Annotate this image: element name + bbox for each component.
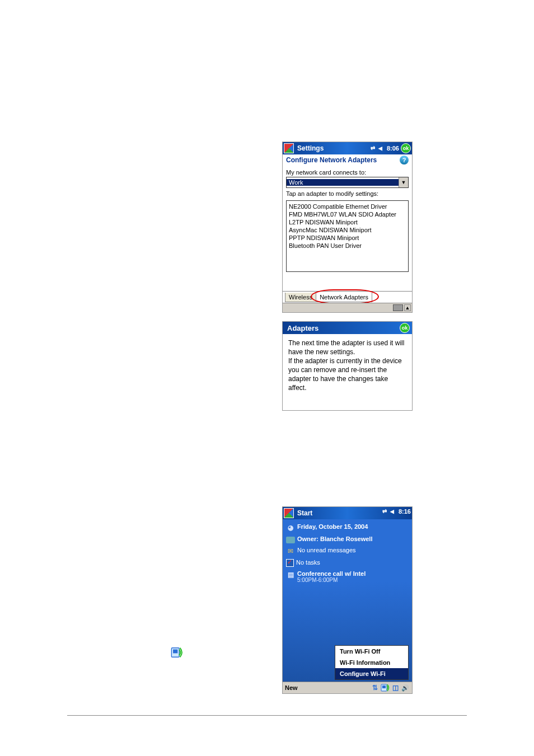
settings-title: Settings: [297, 144, 324, 152]
list-item[interactable]: FMD MBH7WL07 WLAN SDIO Adapter: [289, 210, 406, 218]
menu-configure-wifi[interactable]: Configure Wi-Fi: [335, 668, 408, 679]
today-messages-row[interactable]: No unread messages: [284, 545, 411, 557]
today-messages: No unread messages: [297, 547, 356, 553]
connectivity-icon[interactable]: [371, 145, 377, 152]
list-item[interactable]: L2TP NDISWAN Miniport: [289, 218, 406, 226]
chevron-down-icon[interactable]: ▼: [399, 177, 408, 187]
tab-wireless[interactable]: Wireless: [285, 293, 316, 302]
today-title-bar: Start 8:16: [283, 507, 412, 519]
list-item[interactable]: Bluetooth PAN User Driver: [289, 242, 406, 250]
settings-subheader: Configure Network Adapters ?: [283, 154, 412, 166]
svg-rect-3: [173, 650, 177, 654]
sip-up-arrow-icon[interactable]: ▲: [404, 304, 411, 311]
today-tasks-row[interactable]: No tasks: [284, 557, 411, 569]
today-screenshot: Start 8:16 Friday, October 15, 2004 Owne…: [282, 506, 413, 694]
tray-icons: [371, 683, 410, 692]
system-status-icons[interactable]: [382, 508, 397, 515]
page-heading: Configure Network Adapters: [286, 156, 377, 164]
volume-icon[interactable]: [390, 508, 397, 515]
today-bottom-bar: New: [283, 682, 412, 693]
windows-flag-icon[interactable]: [284, 143, 294, 153]
system-status-icons[interactable]: [371, 145, 385, 152]
clock-icon: [286, 523, 295, 532]
mail-icon: [286, 547, 295, 556]
tray-network-icon[interactable]: [371, 683, 380, 692]
list-item[interactable]: PPTP NDISWAN Miniport: [289, 234, 406, 242]
clock[interactable]: 8:06: [387, 145, 399, 152]
wifi-context-menu: Turn Wi-Fi Off Wi-Fi Information Configu…: [335, 645, 409, 680]
adapters-dialog-title: Adapters: [287, 324, 318, 332]
ok-button[interactable]: ok: [400, 323, 410, 333]
list-item[interactable]: NE2000 Compatible Ethernet Driver: [289, 203, 406, 210]
keyboard-icon[interactable]: [393, 304, 403, 311]
appointment-time: 5:00PM-6:00PM: [297, 577, 366, 583]
tray-bluetooth-icon[interactable]: [401, 683, 410, 692]
task-icon: [286, 559, 294, 567]
today-date-row[interactable]: Friday, October 15, 2004: [284, 522, 411, 534]
connects-to-dropdown[interactable]: Work ▼: [286, 177, 409, 188]
new-softkey[interactable]: New: [285, 684, 298, 691]
tab-strip: Wireless Network Adapters: [283, 291, 412, 302]
today-date: Friday, October 15, 2004: [297, 523, 368, 530]
adapters-dialog-screenshot: Adapters ok The next time the adapter is…: [282, 321, 413, 411]
today-owner: Owner: Blanche Rosewell: [297, 536, 372, 542]
volume-icon[interactable]: [378, 145, 385, 152]
calendar-icon: [286, 570, 295, 579]
help-icon[interactable]: ?: [400, 156, 409, 165]
today-appointment-row[interactable]: Conference call w/ Intel 5:00PM-6:00PM: [284, 569, 411, 585]
today-owner-row[interactable]: Owner: Blanche Rosewell: [284, 534, 411, 545]
adapter-list[interactable]: NE2000 Compatible Ethernet Driver FMD MB…: [286, 200, 409, 272]
adapters-dialog-title-bar: Adapters ok: [283, 322, 412, 334]
tray-wifi-icon[interactable]: [381, 683, 390, 692]
tab-network-adapters[interactable]: Network Adapters: [316, 293, 372, 302]
owner-card-icon: [286, 537, 295, 543]
connects-to-label: My network card connects to:: [286, 169, 409, 176]
menu-turn-wifi-off[interactable]: Turn Wi-Fi Off: [335, 646, 408, 657]
windows-flag-icon[interactable]: [284, 508, 294, 518]
wifi-tray-icon-inline: [171, 646, 183, 659]
tap-adapter-label: Tap an adapter to modify settings:: [286, 190, 409, 197]
settings-title-bar: Settings 8:06 ok: [283, 142, 412, 154]
connectivity-icon[interactable]: [382, 508, 389, 515]
ok-button[interactable]: ok: [401, 143, 411, 153]
dropdown-value: Work: [287, 179, 399, 186]
appointment-title: Conference call w/ Intel: [297, 570, 366, 577]
tray-rotate-icon[interactable]: [391, 683, 400, 692]
svg-rect-1: [382, 685, 386, 688]
clock[interactable]: 8:16: [399, 508, 411, 515]
settings-screenshot: Settings 8:06 ok Configure Network Adapt…: [282, 142, 413, 313]
today-tasks: No tasks: [296, 559, 320, 566]
page-footer-rule: [67, 715, 467, 716]
today-title[interactable]: Start: [297, 509, 312, 517]
adapters-dialog-message: The next time the adapter is used it wil…: [283, 334, 412, 397]
sip-bar: ▲: [283, 303, 412, 312]
today-list: Friday, October 15, 2004 Owner: Blanche …: [283, 519, 412, 585]
menu-wifi-information[interactable]: Wi-Fi Information: [335, 657, 408, 668]
list-item[interactable]: AsyncMac NDISWAN Miniport: [289, 226, 406, 234]
